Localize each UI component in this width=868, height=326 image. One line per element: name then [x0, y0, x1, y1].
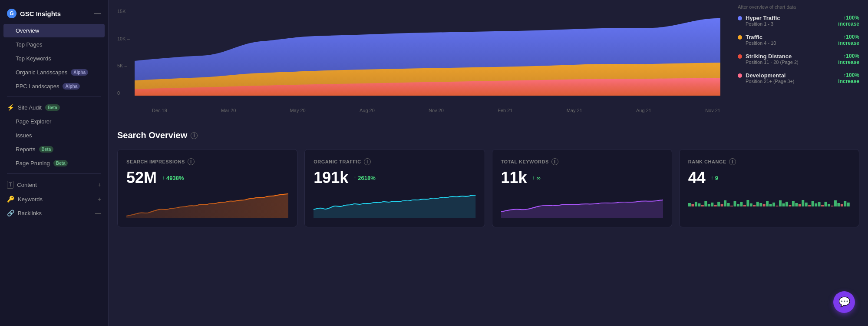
up-arrow-icon: ↑: [532, 175, 535, 181]
sidebar-item-page-explorer[interactable]: Page Explorer: [3, 115, 105, 128]
traffic-dot: [738, 35, 742, 40]
svg-rect-45: [834, 200, 837, 206]
svg-rect-26: [772, 203, 775, 206]
svg-rect-29: [782, 203, 785, 206]
sidebar-item-label: Reports: [16, 146, 36, 153]
total-keywords-label: TOTAL KEYWORDS i: [501, 158, 663, 165]
rank-change-info-icon[interactable]: i: [729, 158, 736, 165]
sidebar-section-backlinks[interactable]: 🔗 Backlinks —: [0, 206, 108, 220]
sidebar-item-top-keywords[interactable]: Top Keywords: [3, 52, 105, 65]
keywords-label: Keywords: [18, 196, 43, 203]
sidebar-item-label: PPC Landscapes: [16, 83, 59, 90]
chart-section: 15K – 10K – 5K – 0: [109, 0, 868, 122]
svg-rect-25: [769, 204, 772, 206]
hyper-traffic-label: Hyper Traffic: [746, 15, 780, 21]
svg-rect-19: [750, 203, 752, 206]
svg-rect-48: [844, 201, 846, 206]
svg-rect-24: [766, 201, 769, 206]
sidebar-item-label: Top Keywords: [16, 55, 51, 62]
svg-rect-28: [779, 200, 782, 206]
sidebar-item-label: Top Pages: [16, 41, 42, 48]
y-label-0: 0: [117, 90, 130, 96]
lightning-icon: ⚡: [7, 104, 14, 111]
striking-distance-sub: Position 11 - 20 (Page 2): [746, 60, 799, 65]
chart-wrapper: Dec 19 Mar 20 May 20 Aug 20 Nov 20 Feb 2…: [135, 9, 720, 113]
svg-rect-36: [805, 203, 807, 206]
legend-hyper-traffic: Hyper Traffic Position 1 - 3 ↑100% incre…: [738, 15, 859, 27]
search-impressions-sparkline: [126, 192, 288, 218]
sidebar-section-site-audit[interactable]: ⚡ Site Audit Beta —: [0, 100, 108, 114]
divider-1: [7, 96, 101, 97]
chart-y-labels: 15K – 10K – 5K – 0: [117, 9, 130, 96]
y-label-15k: 15K –: [117, 9, 130, 14]
svg-rect-46: [837, 203, 840, 206]
chart-x-labels: Dec 19 Mar 20 May 20 Aug 20 Nov 20 Feb 2…: [152, 106, 720, 113]
svg-rect-12: [727, 203, 729, 206]
organic-traffic-change: ↑ 2618%: [353, 175, 375, 181]
chat-button[interactable]: 💬: [833, 291, 855, 313]
svg-rect-4: [701, 205, 704, 206]
x-label-nov21: Nov 21: [705, 108, 720, 113]
site-audit-toggle[interactable]: —: [95, 104, 101, 111]
search-impressions-info-icon[interactable]: i: [188, 158, 195, 165]
hyper-traffic-dot: [738, 16, 742, 20]
sidebar-item-top-pages[interactable]: Top Pages: [3, 38, 105, 51]
metric-card-rank-change: RANK CHANGE i 44 ↑ 9: [679, 149, 859, 227]
divider-2: [7, 173, 101, 174]
svg-rect-14: [733, 201, 736, 206]
x-label-aug21: Aug 21: [636, 108, 651, 113]
search-impressions-value: 52M: [126, 169, 157, 187]
svg-rect-15: [737, 204, 739, 206]
metric-card-search-impressions: SEARCH IMPRESSIONS i 52M ↑ 4938%: [117, 149, 297, 227]
backlinks-toggle[interactable]: —: [95, 210, 101, 216]
rank-change-value-row: 44 ↑ 9: [688, 169, 850, 187]
sidebar-item-page-pruning[interactable]: Page Pruning Beta: [3, 156, 105, 170]
search-impressions-change: ↑ 4938%: [162, 175, 184, 181]
hyper-traffic-change: ↑100%: [838, 15, 859, 21]
sidebar-item-overview[interactable]: Overview: [3, 24, 105, 37]
organic-traffic-sparkline: [314, 192, 475, 218]
developmental-dot: [738, 73, 742, 78]
svg-rect-0: [688, 203, 691, 206]
organic-traffic-info-icon[interactable]: i: [364, 158, 371, 165]
svg-rect-16: [740, 202, 743, 206]
svg-rect-17: [743, 205, 746, 206]
striking-distance-dot: [738, 54, 742, 59]
svg-rect-32: [792, 201, 795, 206]
svg-rect-18: [746, 200, 749, 206]
sidebar-section-keywords[interactable]: 🔑 Keywords +: [0, 192, 108, 206]
beta-badge-page-pruning: Beta: [53, 160, 68, 166]
sidebar-item-label: Organic Landscapes: [16, 69, 67, 76]
sidebar-collapse-button[interactable]: —: [94, 10, 101, 17]
up-arrow-icon: ↑: [162, 175, 165, 181]
sidebar-item-organic-landscapes[interactable]: Organic Landscapes Alpha: [3, 66, 105, 79]
svg-rect-37: [808, 205, 811, 206]
x-label-mar20: Mar 20: [221, 108, 236, 113]
search-overview-info-icon[interactable]: i: [191, 132, 198, 139]
legend-traffic: Traffic Position 4 - 10 ↑100% increase: [738, 34, 859, 46]
svg-rect-33: [795, 203, 798, 206]
total-keywords-sparkline: [501, 192, 663, 218]
svg-rect-38: [811, 201, 814, 206]
striking-distance-change: ↑100%: [838, 53, 859, 59]
total-keywords-value-row: 11k ↑ ∞: [501, 169, 663, 187]
sidebar-item-ppc-landscapes[interactable]: PPC Landscapes Alpha: [3, 80, 105, 93]
search-impressions-value-row: 52M ↑ 4938%: [126, 169, 288, 187]
chart-hint: After overview of chart data: [738, 4, 859, 10]
rank-change-change: ↑ 9: [711, 175, 718, 181]
total-keywords-info-icon[interactable]: i: [551, 158, 558, 165]
svg-rect-34: [799, 204, 801, 206]
keywords-toggle[interactable]: +: [98, 196, 101, 203]
sidebar-item-reports[interactable]: Reports Beta: [3, 143, 105, 156]
up-arrow-icon: ↑: [711, 175, 713, 181]
stacked-area-chart: [135, 9, 720, 104]
sidebar-item-issues[interactable]: Issues: [3, 129, 105, 142]
sidebar-section-content[interactable]: T Content +: [0, 177, 108, 192]
svg-rect-47: [841, 204, 843, 206]
developmental-label: Developmental: [746, 72, 795, 79]
content-toggle[interactable]: +: [98, 181, 101, 188]
backlinks-label: Backlinks: [18, 210, 42, 216]
alpha-badge-ppc: Alpha: [63, 83, 80, 90]
organic-traffic-value: 191k: [314, 169, 348, 187]
metric-card-total-keywords: TOTAL KEYWORDS i 11k ↑ ∞: [492, 149, 672, 227]
